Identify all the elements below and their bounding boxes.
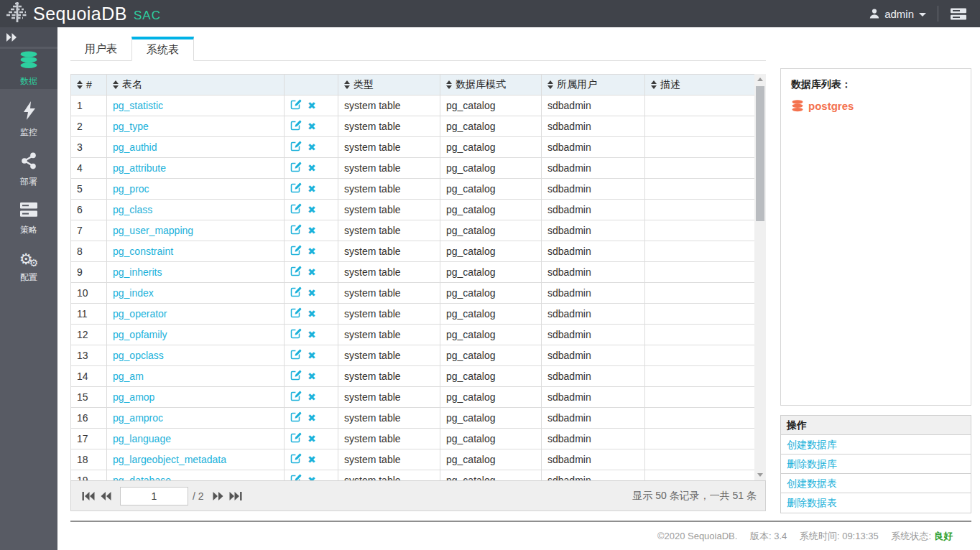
sort-icon — [77, 80, 83, 89]
table-row: 4pg_attribute✖system tablepg_catalogsdba… — [71, 158, 755, 179]
table-name-link[interactable]: pg_class — [113, 204, 152, 215]
table-name-link[interactable]: pg_am — [113, 370, 144, 382]
table-name-link[interactable]: pg_index — [113, 287, 154, 299]
table-name-link[interactable]: pg_inherits — [113, 266, 162, 278]
delete-table-icon[interactable]: ✖ — [308, 308, 316, 320]
scroll-up-arrow[interactable] — [754, 74, 766, 85]
table-name-link[interactable]: pg_largeobject_metadata — [113, 454, 226, 465]
column-header-name[interactable]: 表名 — [107, 75, 285, 95]
table-name-link[interactable]: pg_attribute — [113, 162, 166, 174]
sidebar-item-strategy[interactable]: 策略 — [0, 200, 57, 238]
next-page-button[interactable] — [210, 487, 227, 505]
row-desc — [645, 262, 755, 283]
page-number-input[interactable] — [120, 487, 188, 505]
column-header-desc[interactable]: 描述 — [645, 75, 755, 95]
sidebar-item-monitor[interactable]: 监控 — [0, 101, 57, 139]
hosts-icon[interactable] — [950, 8, 967, 20]
table-name-link[interactable]: pg_statistic — [113, 100, 163, 111]
create-table-link[interactable]: 创建数据表 — [787, 477, 837, 489]
edit-table-icon[interactable] — [290, 120, 302, 133]
edit-table-icon[interactable] — [290, 286, 302, 299]
delete-table-icon[interactable]: ✖ — [308, 350, 316, 361]
table-name-link[interactable]: pg_operator — [113, 308, 167, 320]
delete-table-icon[interactable]: ✖ — [308, 412, 316, 424]
table-name-link[interactable]: pg_constraint — [113, 246, 173, 257]
edit-table-icon[interactable] — [290, 182, 302, 195]
row-schema: pg_catalog — [440, 408, 542, 429]
delete-database-link[interactable]: 删除数据库 — [787, 458, 837, 470]
delete-table-icon[interactable]: ✖ — [308, 266, 316, 278]
edit-table-icon[interactable] — [290, 432, 302, 445]
first-page-button[interactable] — [80, 487, 97, 505]
column-header-index[interactable]: # — [71, 75, 107, 95]
edit-table-icon[interactable] — [290, 453, 302, 466]
table-name-link[interactable]: pg_amproc — [113, 412, 163, 424]
delete-table-icon[interactable]: ✖ — [308, 391, 316, 403]
edit-table-icon[interactable] — [290, 245, 302, 258]
prev-page-button[interactable] — [97, 487, 114, 505]
table-name-link[interactable]: pg_opfamily — [113, 329, 167, 340]
table-name-link[interactable]: pg_type — [113, 121, 149, 132]
edit-table-icon[interactable] — [290, 349, 302, 362]
sidebar-item-data[interactable]: 数据 — [0, 49, 57, 89]
edit-table-icon[interactable] — [290, 411, 302, 424]
table-name-link[interactable]: pg_opclass — [113, 350, 164, 361]
table-name-link[interactable]: pg_proc — [113, 183, 149, 195]
sidebar-item-config[interactable]: ⚙ ⚙ 配置 — [0, 248, 57, 286]
edit-table-icon[interactable] — [290, 141, 302, 154]
edit-table-icon[interactable] — [290, 307, 302, 320]
delete-table-icon[interactable]: ✖ — [308, 475, 316, 480]
column-header-owner[interactable]: 所属用户 — [542, 75, 645, 95]
scrollbar-thumb[interactable] — [756, 86, 764, 221]
delete-table-icon[interactable]: ✖ — [308, 454, 316, 465]
edit-table-icon[interactable] — [290, 328, 302, 341]
delete-table-link[interactable]: 删除数据表 — [787, 497, 837, 508]
delete-table-icon[interactable]: ✖ — [308, 246, 316, 257]
share-icon — [19, 152, 38, 172]
edit-table-icon[interactable] — [290, 266, 302, 279]
row-desc — [645, 116, 755, 137]
delete-table-icon[interactable]: ✖ — [308, 287, 316, 299]
delete-table-icon[interactable]: ✖ — [308, 204, 316, 215]
delete-table-icon[interactable]: ✖ — [308, 141, 316, 153]
edit-table-icon[interactable] — [290, 224, 302, 237]
edit-table-icon[interactable] — [290, 391, 302, 404]
gears-icon: ⚙ ⚙ — [19, 251, 38, 268]
tab-system-tables[interactable]: 系统表 — [131, 37, 194, 61]
table-scrollbar[interactable] — [754, 74, 766, 480]
row-owner: sdbadmin — [542, 325, 645, 345]
version-label: 版本: 3.4 — [750, 531, 787, 541]
table-name-link[interactable]: pg_authid — [113, 141, 157, 153]
edit-table-icon[interactable] — [290, 203, 302, 216]
delete-table-icon[interactable]: ✖ — [308, 121, 316, 132]
delete-table-icon[interactable]: ✖ — [308, 329, 316, 340]
edit-table-icon[interactable] — [290, 162, 302, 174]
record-count-summary: 显示 50 条记录，一共 51 条 — [632, 490, 757, 503]
edit-table-icon[interactable] — [290, 99, 302, 112]
sidebar-item-deploy[interactable]: 部署 — [0, 151, 57, 190]
delete-table-icon[interactable]: ✖ — [308, 370, 316, 382]
row-type: system table — [338, 429, 440, 449]
table-name-link[interactable]: pg_user_mapping — [113, 225, 193, 236]
column-header-schema[interactable]: 数据库模式 — [440, 75, 542, 95]
sidebar-collapse-button[interactable] — [0, 27, 57, 47]
admin-label: admin — [884, 8, 914, 20]
database-item-postgres[interactable]: postgres — [791, 100, 961, 112]
scroll-down-arrow[interactable] — [754, 470, 766, 480]
tab-user-tables[interactable]: 用户表 — [70, 37, 131, 61]
last-page-button[interactable] — [227, 487, 244, 505]
delete-table-icon[interactable]: ✖ — [308, 162, 316, 174]
delete-table-icon[interactable]: ✖ — [308, 183, 316, 195]
delete-table-icon[interactable]: ✖ — [308, 433, 316, 444]
table-name-link[interactable]: pg_language — [113, 433, 171, 444]
table-name-link[interactable]: pg_database — [113, 475, 171, 480]
table-row: 14pg_am✖system tablepg_catalogsdbadmin — [71, 366, 755, 387]
edit-table-icon[interactable] — [290, 474, 302, 480]
delete-table-icon[interactable]: ✖ — [308, 100, 316, 111]
column-header-type[interactable]: 类型 — [338, 75, 440, 95]
edit-table-icon[interactable] — [290, 370, 302, 383]
delete-table-icon[interactable]: ✖ — [308, 225, 316, 236]
table-name-link[interactable]: pg_amop — [113, 391, 154, 403]
create-database-link[interactable]: 创建数据库 — [787, 439, 837, 450]
admin-menu[interactable]: admin — [869, 8, 926, 20]
